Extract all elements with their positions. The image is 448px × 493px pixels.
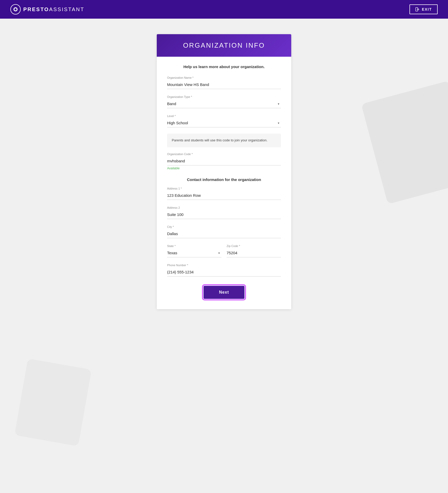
app-header: PRESTOASSISTANT EXIT — [0, 0, 448, 19]
logo-area: PRESTOASSISTANT — [10, 4, 85, 15]
address2-group: Address 2 — [167, 206, 281, 219]
org-code-status: Available — [167, 166, 281, 170]
state-group: State * Texas California New York Florid… — [167, 244, 221, 257]
logo-text: PRESTOASSISTANT — [23, 6, 85, 12]
state-zip-row: State * Texas California New York Florid… — [167, 244, 281, 264]
org-name-label: Organization Name * — [167, 76, 281, 79]
address1-group: Address 1 * — [167, 187, 281, 200]
card-body: Help us learn more about your organizati… — [157, 57, 291, 309]
exit-icon — [415, 7, 420, 12]
org-code-group: Organization Code * Available — [167, 153, 281, 170]
org-type-group: Organization Type * Band Orchestra Choir… — [167, 95, 281, 108]
phone-input[interactable] — [167, 268, 281, 277]
exit-button[interactable]: EXIT — [409, 4, 438, 14]
level-select[interactable]: High School Middle School Elementary Col… — [167, 119, 281, 127]
org-code-input[interactable] — [167, 157, 281, 165]
org-type-select-wrapper: Band Orchestra Choir Other — [167, 99, 281, 108]
organization-info-card: ORGANIZATION INFO Help us learn more abo… — [157, 34, 291, 309]
state-select[interactable]: Texas California New York Florida — [167, 249, 221, 257]
org-type-label: Organization Type * — [167, 95, 281, 98]
state-select-wrapper: Texas California New York Florida — [167, 249, 221, 257]
org-code-label: Organization Code * — [167, 153, 281, 156]
card-header: ORGANIZATION INFO — [157, 34, 291, 57]
address2-label: Address 2 — [167, 206, 281, 209]
card-subtitle: Help us learn more about your organizati… — [167, 64, 281, 69]
next-button-wrapper: Next — [167, 286, 281, 299]
svg-point-2 — [14, 8, 17, 10]
join-code-info-text: Parents and students will use this code … — [172, 138, 267, 142]
zip-group: Zip Code * — [227, 244, 281, 257]
city-input[interactable] — [167, 229, 281, 238]
org-type-select[interactable]: Band Orchestra Choir Other — [167, 99, 281, 108]
level-label: Level * — [167, 114, 281, 118]
next-button[interactable]: Next — [204, 286, 245, 299]
address1-input[interactable] — [167, 191, 281, 200]
address1-label: Address 1 * — [167, 187, 281, 190]
address2-input[interactable] — [167, 210, 281, 219]
phone-group: Phone Number * — [167, 264, 281, 277]
contact-section-title: Contact information for the organization — [167, 177, 281, 182]
city-label: City * — [167, 225, 281, 228]
state-label: State * — [167, 244, 221, 248]
city-group: City * — [167, 225, 281, 238]
logo-icon — [10, 4, 21, 15]
phone-label: Phone Number * — [167, 264, 281, 267]
level-select-wrapper: High School Middle School Elementary Col… — [167, 119, 281, 127]
zip-input[interactable] — [227, 249, 281, 257]
card-title: ORGANIZATION INFO — [167, 41, 281, 49]
main-content: ORGANIZATION INFO Help us learn more abo… — [0, 19, 448, 330]
org-name-input[interactable] — [167, 80, 281, 89]
bg-decoration-2 — [14, 359, 92, 446]
org-name-group: Organization Name * — [167, 76, 281, 89]
level-group: Level * High School Middle School Elemen… — [167, 114, 281, 127]
join-code-info-box: Parents and students will use this code … — [167, 134, 281, 147]
zip-label: Zip Code * — [227, 244, 281, 248]
